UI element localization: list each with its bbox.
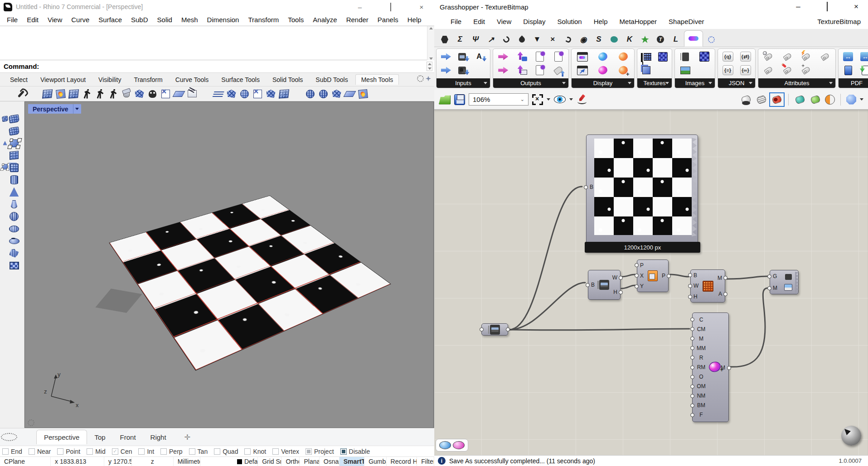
material-node[interactable]: CCMMMMRRMOOMNMBMF M (692, 312, 729, 422)
rhino-menu-item[interactable]: SubD (127, 15, 152, 24)
osnap-toggle[interactable]: Quad (214, 448, 238, 455)
blue-preview-ball-icon[interactable] (439, 441, 451, 449)
mesh-tool-icon[interactable] (94, 88, 106, 100)
category-tab-icon[interactable] (703, 32, 719, 47)
toolbar-tab[interactable]: Select (5, 75, 33, 85)
rhino-menu-item[interactable]: Panels (373, 15, 402, 24)
mesh-from-bitmap-node[interactable]: BWH MA (690, 269, 725, 303)
rhino-menu-item[interactable]: Solid (153, 15, 176, 24)
viewport-tab[interactable]: Perspective (36, 430, 87, 444)
source-input-port[interactable] (480, 327, 484, 331)
mesh-primitive-icon[interactable] (8, 174, 20, 185)
viewport-menu-caret[interactable] (73, 104, 81, 114)
input-port[interactable] (690, 327, 694, 331)
osnap-checkbox[interactable] (2, 448, 9, 455)
gh-menu-item[interactable]: Solution (552, 16, 587, 27)
osnap-checkbox[interactable] (112, 448, 118, 455)
viewport-tab[interactable]: Top (87, 430, 112, 444)
component-icon[interactable] (860, 51, 868, 62)
scroll-up-icon[interactable] (429, 27, 433, 29)
sidebar-mini-icon[interactable] (2, 164, 8, 169)
category-tab-icon[interactable] (499, 32, 514, 47)
component-icon[interactable] (577, 51, 588, 62)
category-tab-icon[interactable] (684, 30, 703, 47)
mesh-tool-icon[interactable] (15, 88, 27, 100)
osnap-checkbox[interactable] (138, 448, 145, 455)
material-output-port[interactable] (727, 366, 731, 370)
palette-group-label[interactable]: JSON (718, 78, 755, 88)
mesh-tool-icon[interactable] (317, 88, 330, 100)
category-tab-icon[interactable]: T (653, 32, 668, 47)
osnap-toggle[interactable]: End (2, 448, 22, 455)
component-icon[interactable] (657, 51, 668, 62)
perspective-viewport[interactable]: Perspective y x z (24, 101, 434, 428)
mesh-tool-icon[interactable] (265, 88, 277, 100)
mesh-primitive-icon[interactable] (8, 211, 20, 222)
toolbar-tab[interactable]: SubD Tools (310, 75, 353, 85)
input-port[interactable] (767, 274, 771, 279)
maximize-button[interactable] (390, 3, 391, 11)
sidebar-mini-icon[interactable] (2, 140, 8, 145)
mesh-tool-icon[interactable] (120, 88, 132, 100)
command-spinner[interactable] (427, 62, 432, 71)
osnap-toggle[interactable]: Perp (160, 448, 183, 455)
status-segment[interactable]: SmartTra (339, 457, 365, 466)
status-segment[interactable]: x 1833.813 (51, 457, 104, 466)
toolbar-tab[interactable]: Surface Tools (216, 75, 265, 85)
mesh-tool-icon[interactable] (238, 88, 251, 100)
minimize-button[interactable]: – (355, 3, 364, 11)
input-port[interactable] (690, 404, 694, 408)
material-sphere-icon[interactable] (825, 95, 835, 105)
toolbar-tab[interactable]: Solid Tools (267, 75, 308, 85)
component-icon[interactable] (597, 65, 608, 76)
component-icon[interactable] (763, 51, 774, 62)
palette-group-label[interactable]: PDF (839, 78, 868, 88)
component-icon[interactable] (597, 51, 608, 62)
component-icon[interactable] (801, 65, 812, 76)
osnap-toggle[interactable]: Tan (189, 448, 208, 455)
source-output-port[interactable] (506, 327, 510, 331)
sketch-tool-icon[interactable] (577, 94, 588, 105)
rhino-menu-item[interactable]: Transform (244, 15, 283, 24)
component-icon[interactable] (723, 52, 733, 62)
osnap-checkbox[interactable] (272, 448, 279, 455)
component-icon[interactable] (763, 65, 774, 76)
component-icon[interactable] (518, 53, 526, 61)
mesh-primitive-icon[interactable] (8, 187, 20, 197)
rhino-menu-item[interactable]: Dimension (203, 15, 243, 24)
category-tab-icon[interactable] (637, 32, 653, 47)
input-port[interactable] (688, 273, 692, 277)
rhino-menu-item[interactable]: Tools (284, 15, 308, 24)
rhino-menu-item[interactable]: Curve (67, 15, 93, 24)
mesh-primitive-icon[interactable] (8, 199, 20, 210)
osnap-toggle[interactable]: Near (29, 448, 51, 455)
gh-menu-item[interactable]: File (446, 16, 466, 27)
osnap-checkbox[interactable] (87, 448, 93, 455)
category-tab-icon[interactable]: × (545, 32, 560, 47)
palette-group-label[interactable]: Outputs (493, 78, 568, 88)
input-port[interactable] (690, 394, 694, 398)
selection-octagon-icon[interactable] (846, 95, 856, 105)
rhino-menu-item[interactable]: Surface (94, 15, 126, 24)
category-tab-icon[interactable]: K (622, 32, 637, 47)
toolbar-star-icon[interactable] (426, 76, 431, 82)
component-icon[interactable] (782, 65, 793, 76)
mesh-tool-icon[interactable] (225, 88, 238, 100)
osnap-toggle[interactable]: Cen (112, 448, 132, 455)
osnap-checkbox[interactable] (57, 448, 63, 455)
mesh-tool-icon[interactable] (54, 88, 67, 100)
selection-caret[interactable] (860, 98, 863, 101)
component-icon[interactable] (553, 51, 564, 62)
shaded-preview-icon[interactable] (771, 94, 783, 105)
component-icon[interactable] (518, 66, 526, 74)
output-port[interactable] (723, 276, 727, 280)
command-history[interactable] (0, 26, 434, 60)
input-port[interactable] (690, 413, 694, 417)
viewport-gear-icon[interactable] (28, 419, 34, 426)
preview-visibility-icon[interactable] (554, 96, 566, 103)
mesh-tool-icon[interactable] (173, 88, 185, 100)
status-segment[interactable]: Gumbal (364, 457, 386, 466)
magenta-preview-ball-icon[interactable] (453, 441, 465, 449)
mesh-tool-icon[interactable] (199, 88, 211, 100)
rhino-menu-item[interactable]: File (3, 15, 22, 24)
